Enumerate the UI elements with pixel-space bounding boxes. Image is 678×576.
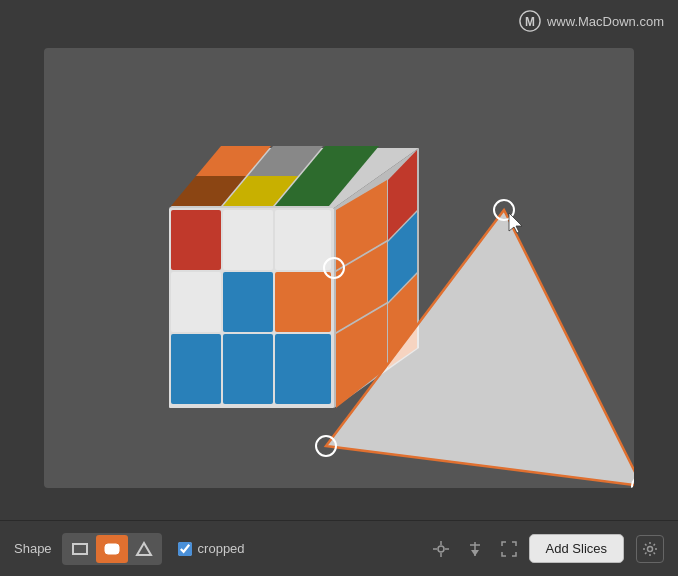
svg-rect-33 [73, 544, 87, 554]
svg-rect-11 [275, 272, 331, 332]
fullscreen-icon [500, 540, 518, 558]
rectangle-icon [71, 540, 89, 558]
checkbox-area: cropped [178, 541, 245, 556]
shape-buttons-group [62, 533, 162, 565]
gear-icon [642, 541, 658, 557]
svg-text:M: M [525, 15, 535, 29]
triangle-shape-button[interactable] [128, 535, 160, 563]
svg-marker-42 [471, 550, 479, 556]
triangle-icon [135, 540, 153, 558]
svg-rect-8 [275, 210, 331, 270]
svg-point-44 [648, 546, 653, 551]
svg-rect-34 [105, 544, 119, 554]
rounded-rectangle-shape-button[interactable] [96, 535, 128, 563]
svg-rect-14 [275, 334, 331, 404]
svg-rect-7 [223, 210, 273, 270]
rounded-rect-icon [103, 540, 121, 558]
shape-label: Shape [14, 541, 52, 556]
svg-rect-10 [223, 272, 273, 332]
svg-rect-9 [171, 272, 221, 332]
macdown-logo-icon: M [519, 10, 541, 32]
move-icon [432, 540, 450, 558]
watermark: M www.MacDown.com [519, 10, 664, 32]
settings-button[interactable] [636, 535, 664, 563]
fullscreen-icon-button[interactable] [495, 535, 523, 563]
toolbar-right: Add Slices [427, 534, 664, 563]
svg-rect-6 [171, 210, 221, 270]
watermark-text: www.MacDown.com [547, 14, 664, 29]
cropped-label[interactable]: cropped [198, 541, 245, 556]
svg-marker-35 [137, 543, 151, 555]
add-slices-button[interactable]: Add Slices [529, 534, 624, 563]
align-icon-button[interactable] [461, 535, 489, 563]
svg-point-36 [438, 546, 444, 552]
cropped-checkbox[interactable] [178, 542, 192, 556]
canvas-svg [44, 48, 634, 488]
align-icon [466, 540, 484, 558]
toolbar: Shape cropped [0, 520, 678, 576]
canvas-area [44, 48, 634, 488]
move-icon-button[interactable] [427, 535, 455, 563]
svg-rect-13 [223, 334, 273, 404]
rectangle-shape-button[interactable] [64, 535, 96, 563]
svg-rect-12 [171, 334, 221, 404]
